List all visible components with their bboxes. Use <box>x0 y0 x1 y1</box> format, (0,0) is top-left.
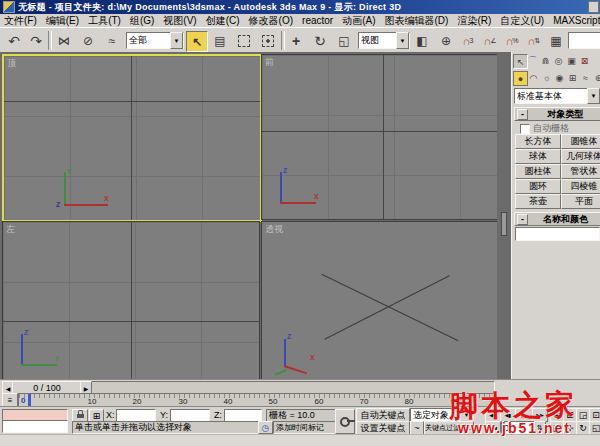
category-helpers-icon[interactable]: ⊞ <box>566 71 579 84</box>
menu-edit[interactable]: 编辑(E) <box>46 14 79 28</box>
viewport-perspective-label[interactable]: 透视 <box>265 223 283 236</box>
tab-modify-icon[interactable]: ⌒ <box>526 54 539 67</box>
menu-maxscript[interactable]: MAXScript(M) <box>553 15 600 26</box>
axis-y-label: Y <box>55 355 60 362</box>
grid-axis-line <box>131 222 132 379</box>
primitive-teapot-button[interactable]: 茶壶 <box>515 194 561 209</box>
primitive-sphere-button[interactable]: 球体 <box>515 149 561 164</box>
menu-group[interactable]: 组(G) <box>130 14 154 28</box>
collapse-icon[interactable]: - <box>517 214 528 225</box>
category-shapes-icon[interactable]: ◠ <box>527 71 540 84</box>
name-color-rollout[interactable]: - 名称和颜色 <box>514 212 600 226</box>
select-and-link-icon[interactable]: ⋈ <box>54 31 74 50</box>
viewport-left[interactable]: 左 Z Y <box>2 221 260 380</box>
add-time-tag[interactable]: 添加时间标记 <box>273 421 336 434</box>
unlink-selection-icon[interactable]: ⊘ <box>78 31 98 50</box>
dropdown-arrow-icon[interactable]: ▼ <box>587 88 600 104</box>
category-lights-icon[interactable]: ☼ <box>540 71 553 84</box>
category-spacewarps-icon[interactable]: ≈ <box>579 71 592 84</box>
app-icon[interactable] <box>3 1 15 13</box>
menu-create[interactable]: 创建(C) <box>206 14 240 28</box>
tab-display-icon[interactable]: ▣ <box>565 54 578 67</box>
select-by-name-icon[interactable]: ▤ <box>210 31 230 50</box>
primitive-torus-button[interactable]: 圆环 <box>515 179 561 194</box>
category-cameras-icon[interactable]: ◉ <box>553 71 566 84</box>
tick-label: 50 <box>269 397 278 406</box>
menu-animation[interactable]: 动画(A) <box>342 14 375 28</box>
select-object-icon[interactable]: ↖ <box>186 31 208 52</box>
primitive-cylinder-button[interactable]: 圆柱体 <box>515 164 561 179</box>
tab-utilities-icon[interactable]: ⊠ <box>578 54 591 67</box>
auto-key-button[interactable]: 自动关键点 <box>356 408 410 422</box>
tab-motion-icon[interactable]: ◎ <box>552 54 565 67</box>
menu-views[interactable]: 视图(V) <box>163 14 196 28</box>
viewport-perspective[interactable]: 透视 Z X <box>261 221 499 380</box>
autogrid-checkbox[interactable] <box>520 124 530 134</box>
menu-tools[interactable]: 工具(T) <box>88 14 121 28</box>
named-selection-sets-field[interactable] <box>568 32 600 49</box>
spinner-snap-icon[interactable]: ∩⇅ <box>524 31 544 50</box>
select-and-scale-icon[interactable]: ◱ <box>334 31 354 50</box>
viewport-top[interactable]: 顶 Z X Y <box>2 54 262 222</box>
object-name-field[interactable] <box>515 227 600 241</box>
undo-icon[interactable]: ↶ <box>4 31 24 50</box>
tab-hierarchy-icon[interactable]: ⋒ <box>539 54 552 67</box>
viewport-left-label[interactable]: 左 <box>6 223 15 236</box>
maxscript-listener-white[interactable] <box>2 420 68 433</box>
toolbar-separator <box>281 31 285 50</box>
dropdown-arrow-icon[interactable]: ▼ <box>396 32 409 49</box>
snap-toggle-icon[interactable]: ∩3 <box>458 31 478 50</box>
keyboard-override-icon[interactable]: ▦ <box>546 31 566 50</box>
named-selection-sets-input[interactable] <box>569 33 600 48</box>
redo-icon[interactable]: ↷ <box>26 31 46 50</box>
viewport-front-label[interactable]: 前 <box>265 56 274 69</box>
menu-rendering[interactable]: 渲染(R) <box>457 14 491 28</box>
splitter-grip[interactable] <box>501 212 507 236</box>
category-geometry-icon[interactable]: ● <box>513 71 528 86</box>
rectangular-selection-region-icon[interactable] <box>234 31 254 50</box>
axis-y-label: Y <box>67 168 72 175</box>
primitive-plane-button[interactable]: 平面 <box>561 194 600 209</box>
reference-coordinate-dropdown[interactable]: 视图 ▼ <box>358 32 410 49</box>
default-tangent-icon[interactable]: ~ <box>410 421 424 435</box>
grid-axis-line <box>262 131 498 132</box>
selection-filter-dropdown[interactable]: 全部 ▼ <box>126 32 184 49</box>
current-frame-marker[interactable] <box>28 394 31 406</box>
percent-snap-icon[interactable]: ∩% <box>502 31 522 50</box>
object-name-input[interactable] <box>516 228 600 240</box>
time-tag-clock-icon[interactable]: ◷ <box>258 421 273 434</box>
viewport-top-label[interactable]: 顶 <box>7 57 16 70</box>
menu-modifiers[interactable]: 修改器(O) <box>249 14 293 28</box>
menu-reactor[interactable]: reactor <box>302 15 333 26</box>
set-key-button[interactable]: 设置关键点 <box>356 421 410 435</box>
dropdown-arrow-icon[interactable]: ▼ <box>170 32 183 49</box>
window-controls[interactable] <box>588 1 599 13</box>
angle-snap-icon[interactable]: ∩∠ <box>480 31 500 50</box>
object-category-dropdown[interactable]: 标准基本体 ▼ <box>514 88 600 104</box>
menu-file[interactable]: 文件(F) <box>4 14 37 28</box>
menu-graph-editors[interactable]: 图表编辑器(D) <box>385 14 449 28</box>
object-type-rollout[interactable]: - 对象类型 <box>514 107 600 121</box>
select-and-move-icon[interactable]: + <box>286 31 306 50</box>
title-bar[interactable]: 无标题 - 项目文件夹: d:\My Documents\3dsmax - Au… <box>0 0 600 14</box>
primitive-box-button[interactable]: 长方体 <box>515 134 561 149</box>
select-and-rotate-icon[interactable]: ↻ <box>310 31 330 50</box>
bind-to-spacewarp-icon[interactable]: ≈ <box>102 31 122 50</box>
category-systems-icon[interactable]: ⊛ <box>592 71 600 84</box>
axis-z-label: Z <box>287 333 291 340</box>
primitive-cone-button[interactable]: 圆锥体 <box>561 134 600 149</box>
window-crossing-icon[interactable] <box>258 31 278 50</box>
primitive-tube-button[interactable]: 管状体 <box>561 164 600 179</box>
use-center-icon[interactable]: ◧ <box>412 31 432 50</box>
collapse-icon[interactable]: - <box>517 109 528 120</box>
track-bar-ruler[interactable]: 0 10 20 30 40 50 60 70 80 90 <box>18 393 494 407</box>
primitive-pyramid-button[interactable]: 四棱锥 <box>561 179 600 194</box>
set-key-icon[interactable] <box>335 409 355 434</box>
select-and-manipulate-icon[interactable]: ⊕ <box>436 31 456 50</box>
mini-curve-editor-icon[interactable]: ≡ <box>2 393 18 407</box>
primitive-geosphere-button[interactable]: 几何球体 <box>561 149 600 164</box>
axis-x-label: X <box>314 193 319 200</box>
viewport-front[interactable]: 前 Z X <box>261 54 499 220</box>
menu-customize[interactable]: 自定义(U) <box>500 14 544 28</box>
panel-splitter[interactable] <box>497 52 511 380</box>
